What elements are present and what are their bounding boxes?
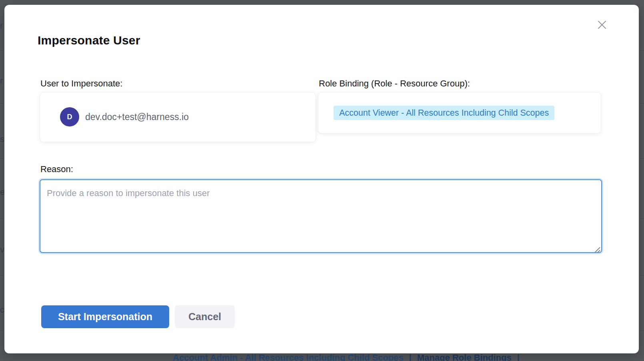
impersonate-user-modal: Impersonate User User to Impersonate: D … xyxy=(4,5,639,353)
role-binding-card: Account Viewer - All Resources Including… xyxy=(318,92,601,134)
role-binding-label: Role Binding (Role - Resource Group): xyxy=(319,78,470,89)
cancel-button[interactable]: Cancel xyxy=(175,305,235,328)
start-impersonation-button[interactable]: Start Impersonation xyxy=(41,305,169,328)
user-card: D dev.doc+test@harness.io xyxy=(40,92,316,142)
background-separator: | xyxy=(517,353,520,361)
close-icon xyxy=(596,19,608,31)
background-separator: | xyxy=(409,353,412,361)
reason-label: Reason: xyxy=(40,164,73,174)
role-binding-chip: Account Viewer - All Resources Including… xyxy=(334,106,554,120)
background-text-fragment: r xyxy=(0,76,3,86)
background-manage-role-bindings: Manage Role Bindings xyxy=(417,353,512,361)
background-role-binding-link: Account Admin - All Resources Including … xyxy=(173,353,404,361)
reason-input[interactable] xyxy=(40,179,602,253)
background-text-fragment: r xyxy=(0,21,3,30)
user-to-impersonate-label: User to Impersonate: xyxy=(40,78,122,89)
modal-title: Impersonate User xyxy=(38,34,140,47)
background-bottom-row: Account Admin - All Resources Including … xyxy=(173,353,520,361)
user-email: dev.doc+test@harness.io xyxy=(85,92,189,142)
close-button[interactable] xyxy=(595,18,609,32)
user-avatar: D xyxy=(60,107,79,126)
background-text-fragment: s xyxy=(0,134,4,144)
